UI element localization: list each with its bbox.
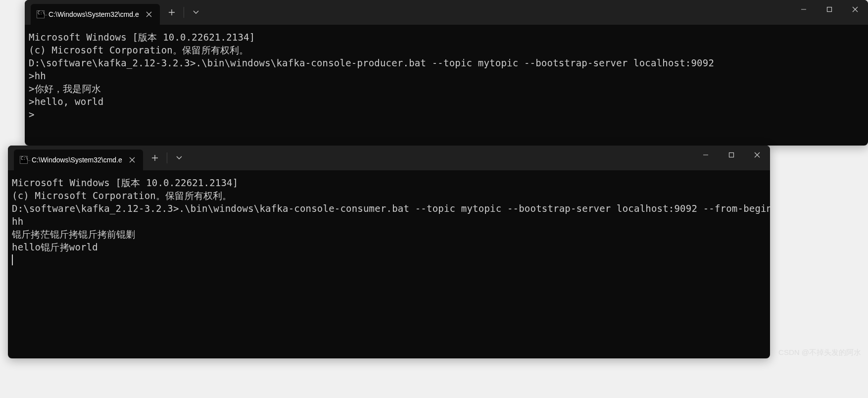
terminal-line: D:\software\kafka_2.12-3.2.3>.\bin\windo… (12, 202, 766, 215)
terminal-window-consumer: C:\Windows\System32\cmd.e (8, 146, 770, 358)
tab-actions (146, 149, 188, 167)
terminal-line: Microsoft Windows [版本 10.0.22621.2134] (12, 176, 766, 189)
terminal-line (12, 253, 766, 266)
minimize-button[interactable] (693, 146, 719, 164)
terminal-body[interactable]: Microsoft Windows [版本 10.0.22621.2134](c… (25, 25, 868, 127)
title-bar: C:\Windows\System32\cmd.e (25, 0, 868, 25)
tab-title: C:\Windows\System32\cmd.e (48, 10, 139, 18)
terminal-line: D:\software\kafka_2.12-3.2.3>.\bin\windo… (29, 56, 864, 69)
terminal-line: (c) Microsoft Corporation。保留所有权利。 (29, 44, 864, 56)
terminal-line: >hello, world (29, 95, 864, 108)
tab-dropdown-button[interactable] (187, 3, 205, 21)
terminal-line: >hh (29, 69, 864, 82)
terminal-line: (c) Microsoft Corporation。保留所有权利。 (12, 189, 766, 202)
terminal-line: hh (12, 215, 766, 228)
tab-divider (167, 152, 167, 163)
svg-rect-0 (827, 7, 832, 12)
tab-title: C:\Windows\System32\cmd.e (32, 156, 122, 164)
terminal-line: hello锟斤拷world (12, 241, 766, 253)
minimize-button[interactable] (791, 0, 817, 19)
tab-active[interactable]: C:\Windows\System32\cmd.e (31, 4, 160, 25)
tab-dropdown-button[interactable] (170, 149, 188, 167)
close-button[interactable] (842, 0, 868, 19)
cursor-icon (12, 254, 13, 265)
maximize-button[interactable] (817, 0, 842, 19)
cmd-icon (37, 10, 45, 18)
new-tab-button[interactable] (163, 3, 181, 21)
terminal-line: Microsoft Windows [版本 10.0.22621.2134] (29, 31, 864, 44)
new-tab-button[interactable] (146, 149, 164, 167)
tab-divider (184, 7, 184, 18)
tab-close-button[interactable] (126, 155, 138, 165)
cmd-icon (20, 156, 28, 164)
maximize-button[interactable] (719, 146, 744, 164)
terminal-body[interactable]: Microsoft Windows [版本 10.0.22621.2134](c… (8, 170, 770, 272)
tab-close-button[interactable] (143, 9, 155, 19)
window-controls (791, 0, 868, 19)
terminal-line: 锟斤拷茫锟斤拷锟斤拷前锟剿 (12, 228, 766, 241)
terminal-line: >你好，我是阿水 (29, 82, 864, 95)
title-bar: C:\Windows\System32\cmd.e (8, 146, 770, 170)
watermark: CSDN @不掉头发的阿水 (778, 348, 861, 357)
tab-actions (163, 3, 205, 21)
window-controls (693, 146, 770, 164)
svg-rect-1 (729, 153, 734, 157)
tab-active[interactable]: C:\Windows\System32\cmd.e (14, 149, 143, 170)
close-button[interactable] (744, 146, 770, 164)
terminal-line: > (29, 108, 864, 121)
terminal-window-producer: C:\Windows\System32\cmd.e (25, 0, 868, 146)
